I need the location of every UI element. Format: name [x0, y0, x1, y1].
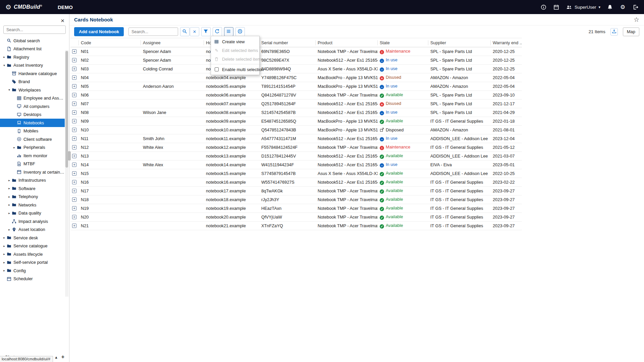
sidebar-item-mobiles[interactable]: Mobiles — [0, 127, 65, 135]
table-row[interactable]: +N04notebook04.exampleY7489B126F475CMacB… — [70, 73, 522, 82]
info-icon[interactable] — [540, 4, 547, 10]
expand-row-icon[interactable]: + — [72, 206, 76, 210]
expand-row-icon[interactable]: + — [72, 67, 76, 71]
expand-row-icon[interactable]: + — [72, 136, 76, 141]
column-header-serial-number[interactable]: Serial number — [259, 40, 316, 45]
table-row[interactable]: +N02Spencer Adamnotebook02.example98C526… — [70, 56, 522, 65]
sidebar-item-service-desk[interactable]: ▸Service desk — [0, 234, 65, 242]
clear-search-button[interactable]: × — [190, 27, 199, 36]
sidebar-item-hardware-catalogue[interactable]: Hardware catalogue — [0, 69, 65, 78]
sidebar-item-mtbf[interactable]: MTBF — [0, 160, 65, 168]
sidebar-item-networks[interactable]: ▸Networks — [0, 201, 65, 209]
table-row[interactable]: +N01Spencer Adamnotebook01.example69N789… — [70, 47, 522, 56]
sidebar-item-inventory-at-certain-date[interactable]: Inventory at certain date — [0, 168, 65, 176]
refresh-button[interactable] — [213, 27, 222, 36]
sidebar-item-asset-inventory[interactable]: ▾Asset Inventory — [0, 61, 65, 70]
sidebar-item-employee-and-assets[interactable]: Employee and Assets... — [0, 94, 65, 103]
column-header-supplier[interactable]: Supplier — [428, 40, 491, 45]
table-row[interactable]: +N08Wilson Janenotebook08.exampleS214574… — [70, 108, 522, 117]
table-row[interactable]: +N19notebook19.exampleHEazTAxnNotebook T… — [70, 204, 522, 213]
export-button[interactable] — [610, 28, 618, 36]
table-row[interactable]: +N12White Alexnotebook12.exampleF5578484… — [70, 143, 522, 152]
expand-row-icon[interactable]: + — [72, 128, 76, 132]
sidebar-item-all-computers[interactable]: All computers — [0, 102, 65, 111]
filter-button[interactable] — [201, 27, 211, 36]
grid-search-input[interactable] — [128, 27, 178, 36]
chevron-right-icon[interactable]: ▸ — [2, 261, 6, 264]
sidebar-item-data-quality[interactable]: ▸Data quality — [0, 209, 65, 218]
sidebar-item-item-monitor[interactable]: Item monitor — [0, 152, 65, 160]
sidebar-item-asset-location[interactable]: ▸Asset location — [0, 226, 65, 234]
table-row[interactable]: +N03Colding Conradnotebook03.example84D8… — [70, 65, 522, 73]
favorite-star-icon[interactable]: ☆ — [634, 16, 639, 23]
expand-row-icon[interactable]: + — [72, 84, 76, 88]
expand-row-icon[interactable]: + — [72, 75, 76, 80]
close-icon[interactable]: × — [61, 18, 64, 23]
table-row[interactable]: +N09notebook09.exampleE548745126585QMacB… — [70, 117, 522, 126]
sidebar-search-input[interactable] — [3, 25, 66, 34]
table-row[interactable]: +N14White Alexnotebook14.exampleW4151194… — [70, 161, 522, 169]
sidebar-item-registry[interactable]: ▸Registry — [0, 53, 65, 61]
expand-row-icon[interactable]: + — [72, 163, 76, 167]
sidebar-item-scheduler[interactable]: Scheduler — [0, 275, 65, 283]
expand-row-icon[interactable]: + — [72, 119, 76, 123]
sidebar-item-brand[interactable]: Brand — [0, 78, 65, 86]
sidebar-item-impact-analysis[interactable]: Impact analysis — [0, 217, 65, 226]
expand-row-icon[interactable]: + — [72, 102, 76, 106]
chevron-right-icon[interactable]: ▸ — [2, 244, 6, 248]
sidebar-item-assets-lifecycle[interactable]: ▸Assets lifecycle — [0, 250, 65, 258]
sidebar-item-attachment-list[interactable]: Attachment list — [0, 45, 65, 53]
expand-row-icon[interactable]: + — [72, 93, 76, 97]
table-row[interactable]: +N06notebook06.exampleQ841264871278VNote… — [70, 91, 522, 100]
expand-row-icon[interactable]: + — [72, 197, 76, 202]
sidebar-item-global-search[interactable]: Global search — [0, 37, 65, 45]
expand-row-icon[interactable]: + — [72, 171, 76, 176]
collapse-up-icon[interactable]: ▴ — [55, 355, 57, 360]
menu-item-create-view[interactable]: Create view — [211, 37, 259, 46]
sidebar-item-telephony[interactable]: ▸Telephony — [0, 193, 65, 201]
table-row[interactable]: +N17notebook17.example8qTwAKGkNotebook T… — [70, 187, 522, 195]
sidebar-item-software[interactable]: ▸Software — [0, 184, 65, 193]
chevron-right-icon[interactable]: ▸ — [2, 236, 6, 239]
column-header-state[interactable]: State — [378, 40, 428, 45]
chevron-right-icon[interactable]: ▸ — [7, 179, 11, 182]
chevron-right-icon[interactable]: ▸ — [7, 203, 11, 206]
add-card-notebook-button[interactable]: Add card Notebook — [74, 27, 124, 36]
grid-menu-button[interactable] — [224, 27, 233, 36]
sidebar-item-service-catalogue[interactable]: ▸Service catalogue — [0, 242, 65, 250]
chevron-down-icon[interactable]: ▾ — [2, 64, 6, 67]
expand-row-icon[interactable]: + — [72, 110, 76, 115]
menu-item-enable-multi-selection[interactable]: Enable multi selection — [211, 65, 259, 74]
add-icon[interactable]: + — [61, 354, 64, 360]
expand-row-icon[interactable]: + — [72, 215, 76, 219]
column-header-warranty-end[interactable]: Warranty end ... — [491, 40, 522, 45]
expand-row-icon[interactable]: + — [72, 49, 76, 54]
chevron-right-icon[interactable]: ▸ — [12, 146, 16, 149]
logout-icon[interactable] — [632, 4, 639, 10]
sidebar-item-notebooks[interactable]: Notebooks — [0, 119, 65, 127]
sidebar-item-desktops[interactable]: Desktops — [0, 111, 65, 119]
user-menu[interactable]: SuperUser ▾ — [566, 4, 600, 10]
splitter-handle[interactable] — [68, 151, 71, 161]
table-row[interactable]: +N21notebook21.exampleXTnFZaYQNotebook T… — [70, 222, 522, 230]
table-row[interactable]: +N11Smith Johnnotebook11.exampleA5477743… — [70, 134, 522, 143]
sidebar-item-workplaces[interactable]: ▾Workplaces — [0, 86, 65, 94]
sidebar-item-infrastructures[interactable]: ▸Infrastructures — [0, 176, 65, 185]
sidebar-item-peripherals[interactable]: ▸Peripherals — [0, 143, 65, 152]
chevron-right-icon[interactable]: ▸ — [7, 228, 11, 231]
table-row[interactable]: +N16notebook16.exampleW55741476927SNoteb… — [70, 178, 522, 187]
calendar-icon[interactable] — [553, 4, 559, 10]
table-row[interactable]: +N15notebook15.exampleS774587914547BAsus… — [70, 169, 522, 178]
chevron-right-icon[interactable]: ▸ — [7, 187, 11, 190]
table-row[interactable]: +N20notebook20.exampleQfVYjUaWNotebook T… — [70, 213, 522, 222]
table-row[interactable]: +N10notebook10.exampleQ547851247843BMacB… — [70, 126, 522, 134]
gear-icon[interactable]: ⚙ — [620, 4, 626, 10]
sidebar-item-config[interactable]: ▸Config — [0, 266, 65, 275]
column-header-product[interactable]: Product — [316, 40, 378, 45]
chevron-right-icon[interactable]: ▸ — [7, 195, 11, 198]
sidebar-scrollbar[interactable] — [65, 50, 68, 297]
expand-row-icon[interactable]: + — [72, 58, 76, 62]
print-button[interactable] — [235, 27, 245, 36]
column-header-assignee[interactable]: Assignee — [141, 40, 204, 45]
table-row[interactable]: +N13notebook13.exampleD151278412445VNote… — [70, 152, 522, 161]
